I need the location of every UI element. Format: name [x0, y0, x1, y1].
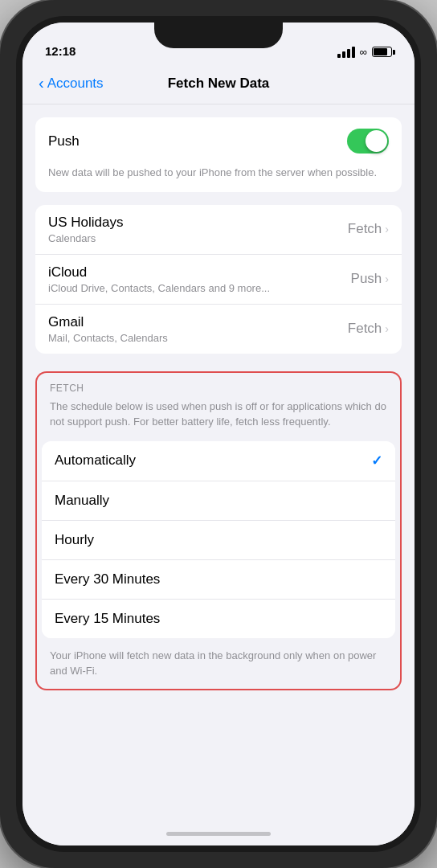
push-toggle[interactable] — [347, 129, 389, 154]
fetch-option-automatically[interactable]: Automatically ✓ — [42, 441, 395, 481]
account-info-us-holidays: US Holidays Calendars — [48, 215, 124, 244]
account-info-gmail: Gmail Mail, Contacts, Calendars — [48, 314, 168, 344]
push-description: New data will be pushed to your iPhone f… — [35, 165, 402, 192]
push-row: Push — [35, 117, 402, 165]
phone-frame: 12:18 ∞ — [0, 0, 437, 868]
fetch-option-label-automatically: Automatically — [55, 452, 136, 469]
signal-bar-4 — [352, 47, 355, 58]
account-type-gmail: Mail, Contacts, Calendars — [48, 332, 168, 344]
fetch-option-label-15min: Every 15 Minutes — [55, 611, 160, 627]
home-indicator[interactable] — [166, 832, 271, 836]
account-name-icloud: iCloud — [48, 264, 270, 280]
fetch-option-label-hourly: Hourly — [55, 532, 94, 548]
page-title: Fetch New Data — [168, 76, 270, 92]
nav-bar: ‹ Accounts Fetch New Data — [22, 63, 415, 104]
account-action-gmail: Fetch › — [348, 321, 389, 337]
screen: 12:18 ∞ — [22, 23, 415, 845]
account-info-icloud: iCloud iCloud Drive, Contacts, Calendars… — [48, 264, 270, 294]
account-action-us-holidays: Fetch › — [348, 221, 389, 237]
signal-bar-2 — [342, 51, 345, 58]
signal-bar-3 — [347, 49, 350, 58]
account-action-label-us-holidays: Fetch — [348, 221, 382, 237]
battery-fill — [374, 48, 387, 55]
account-action-label-icloud: Push — [351, 271, 382, 287]
status-time: 12:18 — [45, 44, 76, 58]
toggle-thumb — [366, 130, 387, 152]
fetch-footer: Your iPhone will fetch new data in the b… — [37, 638, 400, 689]
chevron-right-icon-icloud: › — [385, 272, 389, 285]
fetch-option-hourly[interactable]: Hourly — [42, 521, 395, 560]
fetch-description: The schedule below is used when push is … — [37, 399, 400, 441]
signal-bar-1 — [337, 54, 341, 58]
battery-icon — [372, 47, 392, 57]
fetch-section-wrapper: FETCH The schedule below is used when pu… — [35, 371, 402, 690]
wifi-icon: ∞ — [360, 46, 367, 58]
chevron-right-icon: › — [385, 223, 389, 235]
notch — [154, 23, 283, 48]
signal-bars-icon — [337, 47, 355, 58]
push-section: Push New data will be pushed to your iPh… — [35, 117, 402, 192]
account-type-icloud: iCloud Drive, Contacts, Calendars and 9 … — [48, 282, 270, 294]
checkmark-icon: ✓ — [371, 452, 382, 469]
fetch-section: FETCH The schedule below is used when pu… — [35, 371, 402, 690]
fetch-option-label-manually: Manually — [55, 493, 109, 509]
accounts-section: US Holidays Calendars Fetch › iCloud — [35, 205, 402, 354]
fetch-option-label-30min: Every 30 Minutes — [55, 571, 160, 588]
back-button[interactable]: ‹ Accounts — [39, 76, 104, 92]
chevron-right-icon-gmail: › — [385, 322, 389, 335]
fetch-options: Automatically ✓ Manually Hourly — [42, 441, 395, 638]
account-row-gmail[interactable]: Gmail Mail, Contacts, Calendars Fetch › — [35, 305, 402, 354]
phone-inner: 12:18 ∞ — [16, 16, 421, 852]
back-chevron-icon: ‹ — [39, 75, 44, 91]
fetch-option-15min[interactable]: Every 15 Minutes — [42, 600, 395, 638]
account-row-us-holidays[interactable]: US Holidays Calendars Fetch › — [35, 205, 402, 255]
push-label: Push — [48, 133, 80, 149]
account-action-icloud: Push › — [351, 271, 389, 287]
main-content: Push New data will be pushed to your iPh… — [22, 104, 415, 845]
screen-content: 12:18 ∞ — [22, 23, 415, 845]
fetch-option-30min[interactable]: Every 30 Minutes — [42, 560, 395, 600]
account-name-gmail: Gmail — [48, 314, 168, 330]
back-label: Accounts — [47, 76, 104, 92]
fetch-section-header: FETCH — [37, 373, 400, 399]
status-icons: ∞ — [337, 46, 392, 58]
account-action-label-gmail: Fetch — [348, 321, 382, 337]
fetch-option-manually[interactable]: Manually — [42, 481, 395, 521]
account-name-us-holidays: US Holidays — [48, 215, 124, 231]
account-type-us-holidays: Calendars — [48, 232, 124, 244]
account-row-icloud[interactable]: iCloud iCloud Drive, Contacts, Calendars… — [35, 255, 402, 305]
